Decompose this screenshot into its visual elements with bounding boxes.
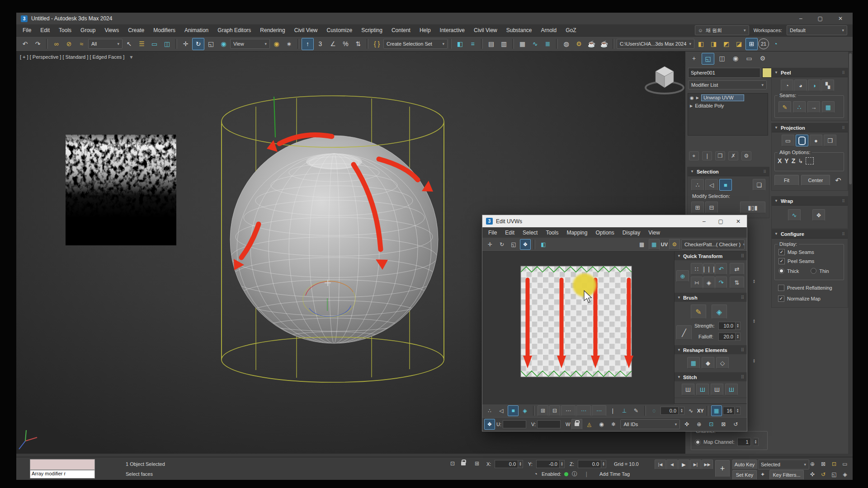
play-button[interactable]: ▶ [678,460,689,469]
orbit-icon[interactable]: ↺ [818,470,828,479]
y-spinner[interactable] [560,460,565,468]
relax-brush-icon[interactable]: ◈ [712,305,727,319]
uvw-rotate-icon[interactable]: ↻ [496,239,507,250]
maxscript-mini-listener[interactable]: Array modifier r [30,470,95,479]
tab-motion[interactable]: ◉ [730,53,741,64]
grid-size-spinner[interactable] [736,407,741,415]
modifier-list-dropdown[interactable]: Modifier List [688,80,767,89]
edge-mode-icon[interactable]: ◁ [705,179,718,191]
filter-selected-faces-icon[interactable]: ◬ [584,419,594,430]
tab-utilities[interactable]: ⚙ [757,53,769,64]
align-to-view-icon[interactable]: ↳ [798,158,803,164]
select-and-scale-button[interactable]: ◱ [205,38,217,50]
show-end-result-icon[interactable]: ❘ [702,151,712,160]
uv-grid-snap-icon[interactable]: ▦ [711,405,722,416]
pelt-map-icon[interactable]: ▚ [821,80,834,91]
freeze-selected-icon[interactable]: ❄ [608,419,619,430]
map-channel-radio[interactable] [695,439,701,445]
make-unique-icon[interactable]: ❐ [715,151,725,160]
menu-item[interactable]: Create [123,27,149,33]
stitch-to-source-icon[interactable]: Ш [711,384,723,395]
x-field[interactable]: 0.0 [495,460,518,468]
pattern-options-gear-icon[interactable]: ⚙ [669,239,680,250]
zoom-icon[interactable]: ⊕ [807,460,817,469]
uvw-menu-item[interactable]: View [644,230,664,236]
u-field[interactable] [503,420,526,428]
menu-item[interactable]: Edit [36,27,54,33]
tab-display[interactable]: ▭ [743,53,755,64]
uvw-menu-item[interactable]: Display [618,230,644,236]
uv-zoom-icon[interactable]: ⊕ [693,419,704,430]
percent-snap-toggle[interactable]: % [340,38,352,50]
uvw-scale-icon[interactable]: ◱ [508,239,519,250]
unlink-selection-button[interactable]: ⊘ [63,38,75,50]
material-id-filter-dropdown[interactable]: All IDs [620,419,680,429]
pan-hand-icon[interactable]: ✜ [807,470,817,479]
add-time-tag[interactable]: Add Time Tag [599,471,630,477]
new-scene-button[interactable]: ◧ [695,38,707,50]
uv-edge-column-icon[interactable]: ❘ [607,405,618,416]
save-scene-indicator[interactable]: ⊞ [745,38,758,50]
link-scene-button[interactable]: ◪ [733,38,745,50]
pattern-dropdown[interactable]: CheckerPatt...( Checker ) [681,239,745,249]
key-filter-icon[interactable]: ✦ [758,470,768,479]
thick-radio[interactable] [778,268,784,274]
uvw-mirror-icon[interactable]: ◧ [538,239,549,250]
normalize-map-checkbox[interactable]: ✓ [778,296,784,302]
move-brush-icon[interactable]: ✎ [691,305,706,319]
polygon-mode-icon[interactable]: ■ [719,179,732,191]
thin-radio[interactable] [811,268,816,274]
menu-item[interactable]: Animation [180,27,213,33]
rectangular-selection-region-button[interactable]: ▭ [148,38,160,50]
bind-to-space-warp-button[interactable]: ≈ [75,38,88,50]
stack-item-editable-poly[interactable]: Editable Poly [695,103,724,108]
relax-until-flat-icon[interactable]: ◆ [702,357,714,369]
rendered-frame-window-button[interactable]: ☕ [585,38,598,50]
edit-seams-icon[interactable]: ✎ [778,101,791,113]
menu-item[interactable]: Modifiers [149,27,180,33]
tab-create[interactable]: + [688,53,700,64]
map-seams-checkbox[interactable]: ✓ [778,249,785,255]
seams-grid-select-icon[interactable]: ▦ [822,101,835,113]
scene-explorer-button[interactable]: ▥ [498,38,510,50]
menu-item[interactable]: Help [415,27,435,33]
align-left-right-icon[interactable]: ⇄ [730,263,744,275]
stitch-to-target-icon[interactable]: Ш [696,384,709,395]
pin-stack-icon[interactable]: ⌖ [689,151,699,160]
snaps-toggle-3d[interactable]: 3 [314,38,326,50]
reshape-header[interactable]: ▼ Reshape Elements ⠿ [675,346,747,354]
select-and-manipulate-button[interactable]: ∗ [283,38,295,50]
window-crossing-toggle[interactable]: ◫ [161,38,173,50]
rotate-ccw-icon[interactable]: ↶ [715,263,727,275]
falloff-curve-icon[interactable]: ╱ [676,325,692,340]
align-button[interactable]: ≡ [467,38,479,50]
fit-button[interactable]: Fit [774,175,799,186]
render-setup-button[interactable]: ⚙ [573,38,585,50]
set-key-button[interactable]: Set Key [732,470,757,480]
uvw-close-icon[interactable]: ✕ [736,218,741,225]
viewcube[interactable] [642,59,685,101]
peel-seams-checkbox[interactable]: ✓ [778,258,785,264]
uv-edge-mode-icon[interactable]: ◁ [496,405,507,416]
info-icon[interactable]: ⓘ [570,469,580,479]
user-account-dropdown[interactable]: ☺ 채 원희 [695,25,749,35]
selection-lock-icon[interactable] [458,459,468,468]
spherical-map-icon[interactable]: ● [810,135,822,146]
show-map-toggle-icon[interactable]: ▩ [637,239,647,250]
uv-grow-selection-icon[interactable]: ⊞ [538,405,548,416]
peel-reset-icon[interactable]: ◑ [808,80,821,91]
align-vertical-icon[interactable]: ∺ [691,277,703,288]
minimize-icon[interactable]: – [799,15,802,22]
viewport-label-text[interactable]: [ + ] [ Perspective ] [ Standard ] [ Edg… [20,54,124,60]
stitch-header[interactable]: ▼ Stitch ⠿ [675,373,747,381]
key-mode-dropdown[interactable]: Selected [758,460,809,469]
uv-paint-select-icon[interactable]: ✎ [631,405,642,416]
linear-align-icon[interactable]: ◈ [703,277,715,288]
configure-rollout-header[interactable]: ▼ Configure ⠿ [772,230,848,239]
uv-vertex-mode-icon[interactable]: ∴ [484,405,495,416]
polygon-wrap-icon[interactable]: ❖ [812,209,825,221]
select-by-name-button[interactable]: ☰ [136,38,148,50]
falloff-curve-type-icon[interactable]: ∿ [685,405,696,416]
uv-zoom-extents-icon[interactable]: ⊠ [718,419,729,430]
x-spinner[interactable] [518,460,523,468]
